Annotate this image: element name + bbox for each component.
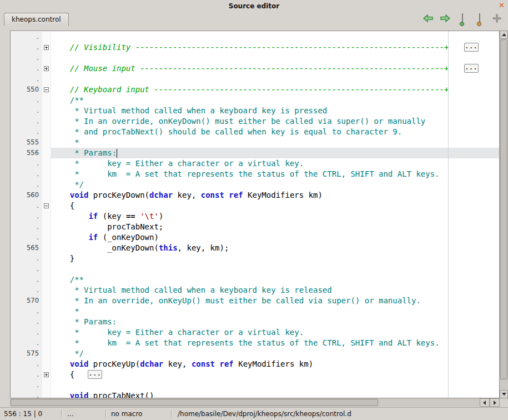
code-text: if (key == '\t') (51, 211, 499, 222)
code-line[interactable]: . { (11, 201, 499, 211)
code-line[interactable]: . * km = A set that represents the statu… (11, 169, 499, 179)
code-text: {... (51, 369, 499, 380)
folded-region-ellipsis[interactable]: ... (464, 43, 479, 52)
line-number: . (11, 274, 42, 285)
code-line[interactable]: 550 // Keyboard input ------------------… (11, 84, 499, 95)
fold-column (42, 348, 51, 359)
code-line[interactable]: . // Mouse input -----------------------… (11, 63, 499, 74)
code-line[interactable]: 560 void procKeyDown(dchar key, const re… (11, 190, 499, 201)
line-number: . (11, 158, 42, 169)
fold-column (42, 285, 51, 296)
fold-toggle-icon[interactable] (44, 45, 49, 50)
code-line[interactable]: . if (_onKeyDown) (11, 232, 499, 243)
editor[interactable]: .. // Visibility -----------------------… (10, 31, 500, 398)
folded-region-ellipsis[interactable]: ... (464, 64, 479, 73)
line-number: . (11, 369, 42, 380)
fold-column (42, 158, 51, 169)
file-path: /home/basile/Dev/dproj/kheops/src/kheops… (178, 410, 351, 418)
fold-toggle-icon[interactable] (44, 66, 49, 71)
horizontal-scrollbar[interactable] (10, 398, 500, 407)
code-line[interactable]: . /** (11, 274, 499, 285)
folded-region-ellipsis[interactable]: ... (88, 370, 102, 379)
code-line[interactable]: 555 * (11, 137, 499, 148)
document-green-icon (462, 13, 463, 25)
code-text: */ (51, 348, 499, 359)
code-line[interactable]: . /** (11, 95, 499, 106)
code-line[interactable]: . * and procTabNext() should be called w… (11, 127, 499, 137)
caret-position: 556 : 15 | 0 (4, 410, 42, 418)
code-line[interactable]: . (11, 32, 499, 42)
scroll-left-button[interactable] (480, 398, 490, 407)
code-line[interactable]: . void procTabNext() (11, 391, 499, 398)
code-line[interactable]: . * km = A set that represents the statu… (11, 338, 499, 348)
code-line[interactable]: 570 * In an override, onKeyUp() must eit… (11, 296, 499, 306)
horizontal-scroll-thumb[interactable] (11, 399, 378, 406)
fold-toggle-icon[interactable] (44, 372, 49, 377)
code-line[interactable]: . * Virtual method called when a keyboar… (11, 106, 499, 116)
code-text: void procKeyDown(dchar key, const ref Ke… (51, 190, 499, 201)
code-text: * key = Either a character or a virtual … (51, 327, 499, 338)
code-line[interactable]: . // Visibility ------------------------… (11, 42, 499, 53)
nav-back-button[interactable] (423, 14, 434, 24)
code-line[interactable]: . * Params: (11, 317, 499, 327)
document-save-button[interactable] (457, 14, 468, 24)
code-text: * In an override, onKeyUp() must either … (51, 296, 499, 306)
code-line[interactable]: 575 */ (11, 348, 499, 359)
scroll-up-button[interactable] (500, 31, 508, 39)
fold-column (42, 116, 51, 127)
vertical-scrollbar[interactable] (500, 31, 508, 398)
code-text: * (51, 137, 499, 148)
status-panel-2: ... (67, 410, 73, 418)
fold-column (42, 243, 51, 253)
scroll-right-button[interactable] (490, 398, 500, 407)
code-line[interactable]: . if (key == '\t') (11, 211, 499, 222)
code-line[interactable]: . void procKeyUp(dchar key, const ref Ke… (11, 359, 499, 369)
code-line[interactable]: . (11, 264, 499, 274)
fold-column (42, 338, 51, 348)
code-line[interactable]: . * In an override, onKeyDown() must eit… (11, 116, 499, 127)
code-line[interactable]: . (11, 53, 499, 63)
code-line[interactable]: . {... (11, 369, 499, 380)
tab-kheops-control[interactable]: kheops.control (4, 13, 69, 26)
fold-column (42, 264, 51, 274)
code-line[interactable]: . } (11, 253, 499, 264)
fold-column (42, 253, 51, 264)
code-text: // Visibility --------------------------… (51, 42, 499, 53)
fold-toggle-icon[interactable] (44, 203, 49, 208)
code-text: { (51, 201, 499, 211)
line-number: 575 (11, 348, 42, 359)
code-text: } (51, 253, 499, 264)
code-line[interactable]: . (11, 74, 499, 84)
fold-column (42, 63, 51, 74)
line-number: . (11, 264, 42, 274)
fold-column (42, 137, 51, 148)
nav-forward-button[interactable] (440, 14, 451, 24)
code-line[interactable]: . * key = Either a character or a virtua… (11, 327, 499, 338)
statusbar-separator (171, 409, 172, 418)
code-line[interactable]: . */ (11, 179, 499, 190)
line-number: . (11, 32, 42, 42)
fold-column (42, 201, 51, 211)
code-text: if (_onKeyDown) (51, 232, 499, 243)
code-line[interactable]: 556 * Params: (11, 148, 499, 158)
line-number: . (11, 285, 42, 296)
line-number: . (11, 116, 42, 127)
code-line[interactable]: . procTabNext; (11, 222, 499, 232)
fold-column (42, 53, 51, 63)
code-line[interactable]: 565 _onKeyDown(this, key, km); (11, 243, 499, 253)
line-number: . (11, 359, 42, 369)
vertical-scroll-thumb[interactable] (500, 39, 507, 379)
code-line[interactable]: . * key = Either a character or a virtua… (11, 158, 499, 169)
code-line[interactable]: . (11, 380, 499, 391)
code-line[interactable]: . * (11, 306, 499, 317)
fold-toggle-icon[interactable] (44, 87, 49, 92)
scroll-down-button[interactable] (500, 390, 508, 398)
close-icon[interactable]: ✕ (499, 0, 505, 11)
line-number: . (11, 222, 42, 232)
code-text: * Params: (51, 317, 499, 327)
forward-arrow-icon (440, 14, 451, 23)
document-reload-button[interactable] (474, 14, 485, 24)
code-text: * Virtual method called when a keyboard … (51, 285, 499, 296)
code-line[interactable]: . * Virtual method called when a keyboar… (11, 285, 499, 296)
detach-button[interactable] (491, 14, 502, 24)
